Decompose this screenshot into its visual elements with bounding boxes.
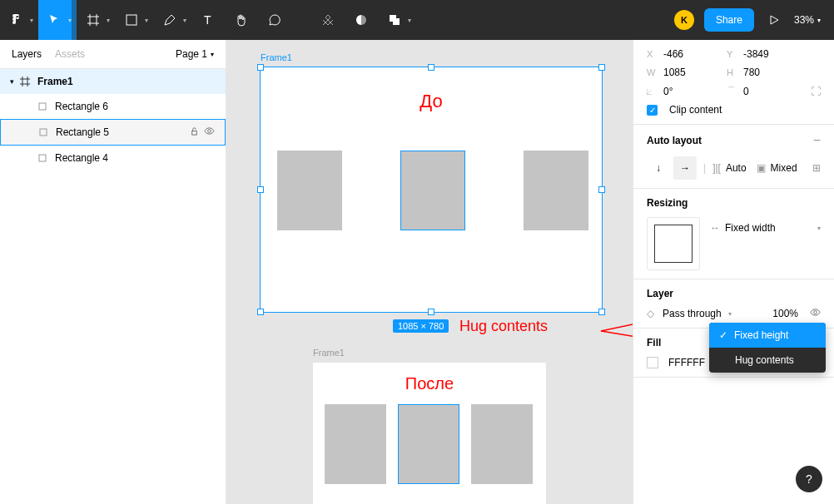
rotation-icon: ⟀ [647, 86, 658, 96]
shape-chevron[interactable]: ▾ [145, 17, 153, 24]
rect2-4[interactable] [325, 404, 386, 484]
handle-r[interactable] [598, 186, 605, 193]
boolean-chevron[interactable]: ▾ [408, 17, 416, 24]
h-input[interactable]: 780 [743, 67, 802, 78]
collapse-icon[interactable]: ▾ [10, 77, 14, 86]
layer-frame1[interactable]: ▾ Frame1 [0, 69, 226, 94]
padding-icon: ▣ [757, 162, 766, 174]
svg-rect-7 [192, 131, 197, 136]
svg-point-14 [814, 311, 817, 314]
remove-auto-layout[interactable]: − [813, 133, 821, 148]
x-input[interactable]: -466 [663, 48, 722, 60]
share-button[interactable]: Share [704, 8, 754, 32]
blend-mode[interactable]: Pass through [663, 308, 722, 319]
handle-b[interactable] [428, 309, 434, 315]
canvas[interactable]: Frame1 До 1085 × 780 Hug contents Frame1… [226, 40, 633, 504]
layer-rectangle-6[interactable]: Rectangle 6 [0, 94, 226, 119]
handle-br[interactable] [598, 309, 605, 315]
resizing-title: Resizing [647, 197, 821, 209]
present-button[interactable] [764, 0, 784, 40]
svg-rect-4 [393, 18, 400, 25]
handle-bl[interactable] [257, 309, 264, 315]
left-panel: Layers Assets Page 1▾ ▾ Frame1 Rectangle… [0, 40, 226, 504]
blend-icon: ◇ [647, 308, 654, 319]
width-resize-select[interactable]: ↔Fixed width ▾ [710, 217, 821, 239]
page-selector[interactable]: Page 1▾ [176, 48, 214, 60]
comment-tool[interactable] [258, 0, 291, 40]
rect-5[interactable] [400, 151, 465, 230]
move-tool[interactable] [38, 0, 72, 40]
opacity-input[interactable]: 100% [772, 308, 798, 319]
move-chevron[interactable]: ▾ [68, 0, 77, 40]
frame-tool[interactable] [77, 0, 110, 40]
resizing-section: Resizing ↔Fixed width ▾ [633, 189, 834, 279]
tab-assets[interactable]: Assets [55, 48, 85, 60]
rect-icon [37, 126, 49, 138]
svg-rect-6 [40, 129, 47, 136]
dropdown-fixed-height[interactable]: ✓Fixed height [709, 323, 826, 348]
svg-line-10 [601, 310, 633, 331]
frame1-label[interactable]: Frame1 [261, 52, 292, 62]
dropdown-hug-contents[interactable]: Hug contents [709, 348, 826, 373]
handle-t[interactable] [428, 64, 434, 71]
spacing-icon: ]|[ [712, 162, 721, 174]
tab-layers[interactable]: Layers [12, 48, 42, 60]
fill-hex[interactable]: FFFFFF [668, 357, 705, 368]
expand-radius-icon[interactable]: ⛶ [811, 86, 821, 97]
components-tool[interactable] [311, 0, 345, 40]
pen-tool[interactable] [153, 0, 186, 40]
direction-vertical[interactable]: ↓ [647, 156, 670, 180]
handle-tl[interactable] [257, 64, 264, 71]
height-resize-dropdown: ✓Fixed height Hug contents [709, 323, 826, 373]
lock-icon[interactable] [190, 126, 199, 138]
svg-point-8 [208, 130, 211, 133]
shape-tool[interactable] [115, 0, 148, 40]
rotation-input[interactable]: 0° [663, 86, 722, 97]
visibility-toggle[interactable] [810, 308, 821, 319]
fill-swatch[interactable] [647, 357, 658, 368]
frame2[interactable]: Frame1 После [313, 363, 546, 504]
arrow-2 [601, 319, 633, 385]
svg-text:T: T [204, 13, 211, 27]
menu-chevron[interactable]: ▾ [30, 17, 38, 24]
frame1[interactable]: Frame1 До [260, 67, 603, 313]
hand-tool[interactable] [225, 0, 258, 40]
rect2-6[interactable] [471, 404, 533, 484]
figma-menu[interactable] [0, 0, 33, 40]
clip-checkbox[interactable]: ✓ [647, 105, 658, 116]
radius-input[interactable]: 0 [743, 86, 802, 97]
pen-chevron[interactable]: ▾ [183, 17, 191, 24]
avatar[interactable]: K [674, 10, 694, 30]
handle-tr[interactable] [598, 64, 605, 71]
auto-layout-section: Auto layout − ↓ → | ]|[ Auto ▣ Mixed ⊞ [633, 125, 834, 189]
layer-rectangle-4[interactable]: Rectangle 4 [0, 146, 226, 170]
help-button[interactable]: ? [796, 466, 822, 492]
rect2-5[interactable] [398, 404, 459, 484]
fill-title: Fill [647, 337, 661, 348]
auto-layout-title: Auto layout [647, 135, 702, 146]
frame2-label[interactable]: Frame1 [313, 348, 345, 358]
layer-section: Layer ◇ Pass through ▾ 100% [633, 279, 834, 329]
layer-rectangle-5[interactable]: Rectangle 5 [0, 119, 226, 146]
spacing-value[interactable]: Auto [726, 162, 747, 174]
w-input[interactable]: 1085 [663, 67, 722, 78]
y-input[interactable]: -3849 [743, 48, 802, 60]
boolean-tool[interactable] [378, 0, 411, 40]
svg-line-12 [601, 331, 633, 348]
rect-icon [37, 152, 48, 164]
rect-4[interactable] [277, 151, 342, 230]
right-panel: X-466 Y-3849 W1085 H780 ⟀0° ⌒0 ⛶ ✓ Clip … [633, 40, 834, 504]
resize-preview[interactable] [647, 217, 700, 270]
handle-l[interactable] [257, 186, 264, 193]
clip-label: Clip content [669, 104, 722, 116]
mask-tool[interactable] [345, 0, 378, 40]
zoom-level[interactable]: 33% ▾ [794, 14, 821, 26]
rect-6[interactable] [524, 151, 588, 230]
frame-chevron[interactable]: ▾ [107, 17, 115, 24]
annotation-before: До [419, 91, 442, 112]
padding-expand-icon[interactable]: ⊞ [812, 162, 821, 174]
text-tool[interactable]: T [191, 0, 225, 40]
padding-value[interactable]: Mixed [771, 162, 797, 174]
visibility-icon[interactable] [204, 126, 215, 138]
direction-horizontal[interactable]: → [673, 156, 697, 180]
